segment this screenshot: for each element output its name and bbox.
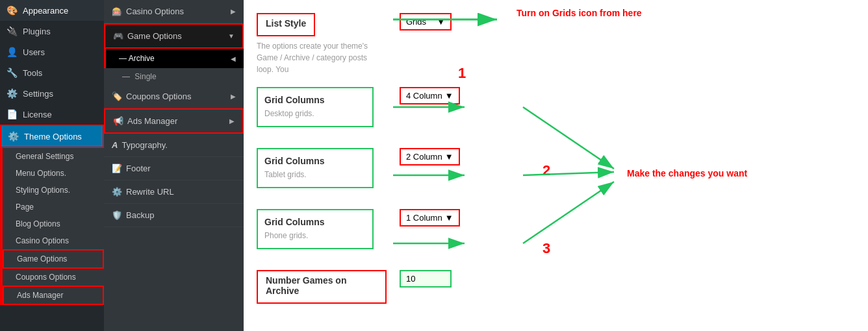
- grid-phone-select[interactable]: 1 Column ▼: [400, 209, 460, 227]
- middle-nav-rewrite-url[interactable]: ⚙️ Rewrite URL: [104, 180, 244, 204]
- chevron-right-icon: ▶: [231, 93, 236, 100]
- plugins-icon: 🔌: [6, 26, 18, 36]
- sidebar-item-label: Theme Options: [24, 132, 82, 141]
- chevron-left-icon: ◀: [231, 55, 236, 62]
- middle-nav-label: Typography.: [121, 140, 168, 150]
- sidebar-item-tools[interactable]: 🔧 Tools: [0, 62, 104, 83]
- middle-nav-ads-manager[interactable]: 📢 Ads Manager ▶: [104, 108, 244, 134]
- settings-icon: ⚙️: [6, 88, 18, 99]
- casino-options-icon: 🎰: [112, 6, 122, 16]
- middle-nav-item-left: 🏷️ Coupons Options: [112, 92, 191, 101]
- number-games-box: Number Games on Archive: [257, 270, 387, 304]
- sidebar-item-settings[interactable]: ⚙️ Settings: [0, 83, 104, 104]
- middle-nav-item-left: A Typography.: [112, 140, 168, 150]
- middle-nav: 🎰 Casino Options ▶ 🎮 Game Options ▼ — Ar…: [104, 0, 244, 331]
- number-games-label-col: Number Games on Archive: [257, 270, 387, 304]
- list-style-select[interactable]: Grids ▼: [400, 13, 452, 31]
- submenu-label: Styling Options.: [16, 186, 70, 195]
- submenu-ads-manager[interactable]: Ads Manager: [3, 286, 104, 305]
- backup-icon: 🛡️: [112, 210, 122, 220]
- grid-tablet-label-col: Grid Columns Tablet grids.: [257, 148, 387, 197]
- sidebar-item-label: License: [23, 110, 52, 119]
- grid-desktop-value: 4 Column: [406, 91, 442, 101]
- grid-phone-label-col: Grid Columns Phone grids.: [257, 209, 387, 258]
- submenu-blog-options[interactable]: Blog Options: [3, 215, 104, 232]
- dropdown-icon: ▼: [445, 91, 453, 101]
- submenu-coupons-options[interactable]: Coupons Options: [3, 269, 104, 286]
- middle-nav-label: Casino Options: [126, 6, 184, 16]
- appearance-icon: 🎨: [6, 5, 18, 16]
- submenu-menu-options[interactable]: Menu Options.: [3, 165, 104, 182]
- typography-icon: A: [112, 140, 118, 150]
- middle-nav-item-left: ⚙️ Rewrite URL: [112, 187, 174, 197]
- middle-nav-game-options[interactable]: 🎮 Game Options ▼: [104, 23, 244, 49]
- middle-nav-coupons-options[interactable]: 🏷️ Coupons Options ▶: [104, 85, 244, 108]
- sidebar-item-theme-options[interactable]: ⚙️ Theme Options: [0, 125, 104, 148]
- grid-tablet-desc: Tablet grids.: [264, 169, 366, 180]
- ads-icon: 📢: [113, 116, 123, 126]
- middle-nav-item-left: 🎰 Casino Options: [112, 6, 184, 16]
- number-games-control: [400, 270, 452, 288]
- dropdown-icon: ▼: [445, 152, 453, 162]
- grid-phone-desc: Phone grids.: [264, 230, 366, 241]
- middle-nav-backup[interactable]: 🛡️ Backup: [104, 204, 244, 227]
- tools-icon: 🔧: [6, 67, 18, 78]
- middle-nav-label: Rewrite URL: [126, 187, 174, 197]
- submenu-label: Game Options: [17, 254, 67, 264]
- middle-nav-single[interactable]: — Single: [104, 68, 244, 85]
- rewrite-icon: ⚙️: [112, 187, 122, 197]
- middle-nav-footer[interactable]: 📝 Footer: [104, 157, 244, 180]
- grid-phone-control: 1 Column ▼: [400, 209, 460, 227]
- middle-nav-typography[interactable]: A Typography.: [104, 134, 244, 157]
- grid-tablet-label: Grid Columns: [264, 156, 366, 166]
- list-style-row: List Style The options create your theme…: [257, 13, 855, 75]
- submenu-page[interactable]: Page: [3, 199, 104, 215]
- list-style-control: Grids ▼: [400, 13, 452, 31]
- grid-desktop-label-col: Grid Columns Desktop grids.: [257, 87, 387, 136]
- sidebar-item-label: Tools: [23, 68, 42, 78]
- sidebar-item-license[interactable]: 📄 License: [0, 104, 104, 125]
- chevron-right-icon: ▶: [229, 117, 235, 125]
- sidebar-item-users[interactable]: 👤 Users: [0, 42, 104, 62]
- chevron-down-icon: ▼: [228, 32, 235, 40]
- dropdown-icon: ▼: [437, 17, 445, 27]
- list-style-label-col: List Style The options create your theme…: [257, 13, 387, 75]
- coupons-icon: 🏷️: [112, 92, 122, 101]
- sidebar: 🎨 Appearance 🔌 Plugins 👤 Users 🔧 Tools ⚙…: [0, 0, 104, 331]
- sidebar-item-appearance[interactable]: 🎨 Appearance: [0, 0, 104, 21]
- submenu-casino-options[interactable]: Casino Options: [3, 232, 104, 249]
- grid-columns-desktop-row: Grid Columns Desktop grids. 4 Column ▼: [257, 87, 855, 136]
- middle-nav-item-left: 📢 Ads Manager: [113, 116, 177, 126]
- submenu-label: Ads Manager: [17, 291, 63, 300]
- grid-tablet-select[interactable]: 2 Column ▼: [400, 148, 460, 166]
- list-style-label: List Style: [266, 18, 306, 29]
- middle-nav-archive[interactable]: — Archive ◀: [104, 49, 244, 68]
- grid-columns-phone-row: Grid Columns Phone grids. 1 Column ▼: [257, 209, 855, 258]
- submenu-general-settings[interactable]: General Settings: [3, 148, 104, 165]
- list-style-value: Grids: [406, 17, 426, 27]
- grid-desktop-select[interactable]: 4 Column ▼: [400, 87, 460, 104]
- middle-nav-label: Footer: [126, 164, 151, 173]
- grid-columns-tablet-row: Grid Columns Tablet grids. 2 Column ▼: [257, 148, 855, 197]
- users-icon: 👤: [6, 47, 18, 57]
- list-style-desc: The options create your theme's Game / A…: [257, 40, 374, 75]
- sidebar-item-plugins[interactable]: 🔌 Plugins: [0, 21, 104, 42]
- middle-nav-label: Backup: [126, 210, 154, 220]
- submenu-label: Page: [16, 202, 34, 212]
- grid-phone-value: 1 Column: [406, 213, 442, 223]
- dash-icon: —: [122, 72, 130, 81]
- submenu-label: Menu Options.: [16, 169, 66, 178]
- middle-nav-item-left: 🎮 Game Options: [113, 31, 182, 41]
- middle-nav-label: Ads Manager: [127, 116, 177, 126]
- submenu-label: Casino Options: [16, 236, 69, 245]
- number-games-input[interactable]: [400, 270, 452, 288]
- grid-phone-box: Grid Columns Phone grids.: [257, 209, 374, 249]
- main-content: List Style The options create your theme…: [244, 0, 868, 331]
- grid-tablet-value: 2 Column: [406, 152, 442, 162]
- middle-nav-casino-options[interactable]: 🎰 Casino Options ▶: [104, 0, 244, 23]
- grid-desktop-label: Grid Columns: [264, 95, 366, 105]
- submenu-styling-options[interactable]: Styling Options.: [3, 182, 104, 199]
- chevron-right-icon: ▶: [231, 8, 236, 15]
- grid-desktop-desc: Desktop grids.: [264, 108, 366, 119]
- submenu-game-options[interactable]: Game Options: [3, 249, 104, 269]
